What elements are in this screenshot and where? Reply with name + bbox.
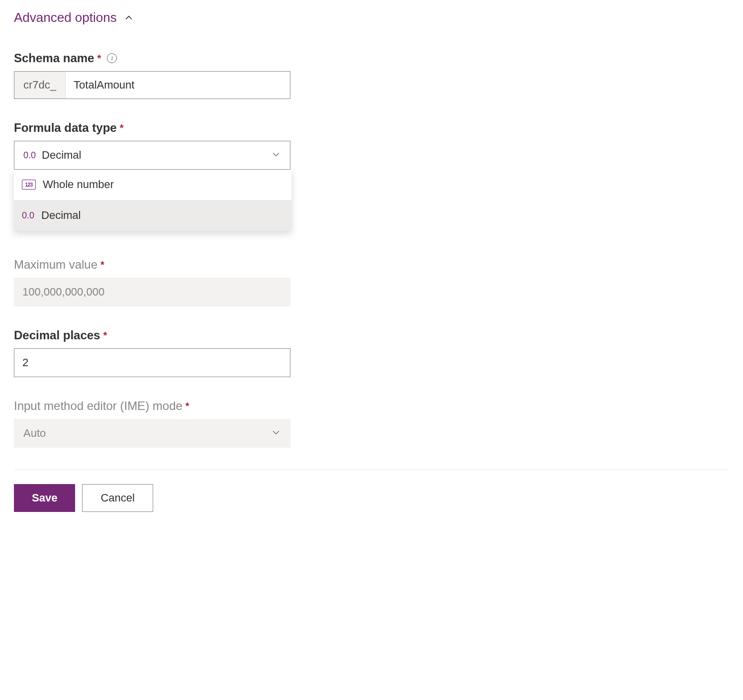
formula-data-type-field: Formula data type * 0.0 Decimal 123 Whol…: [14, 121, 729, 231]
maximum-value-field: Maximum value *: [14, 258, 729, 306]
ime-mode-label: Input method editor (IME) mode: [14, 399, 183, 413]
formula-data-type-label: Formula data type: [14, 121, 117, 135]
decimal-icon: 0.0: [23, 150, 36, 161]
formula-data-type-value: Decimal: [42, 149, 81, 162]
maximum-value-input: [14, 278, 290, 306]
footer-actions: Save Cancel: [14, 470, 729, 512]
schema-name-label: Schema name: [14, 51, 94, 65]
advanced-options-label: Advanced options: [14, 10, 117, 25]
ime-mode-field: Input method editor (IME) mode * Auto: [14, 399, 729, 448]
decimal-places-input[interactable]: [14, 348, 290, 377]
advanced-options-toggle[interactable]: Advanced options: [14, 10, 729, 25]
dropdown-option-label: Whole number: [43, 178, 114, 191]
required-indicator: *: [103, 330, 107, 341]
required-indicator: *: [186, 400, 189, 412]
maximum-value-label: Maximum value: [14, 258, 97, 272]
dropdown-option-decimal[interactable]: 0.0 Decimal: [14, 200, 291, 231]
formula-data-type-dropdown: 123 Whole number 0.0 Decimal: [14, 169, 291, 231]
info-icon[interactable]: i: [107, 53, 117, 63]
whole-number-icon: 123: [22, 180, 36, 190]
schema-name-field: Schema name * i cr7dc_: [14, 51, 729, 99]
chevron-down-icon: [271, 427, 281, 439]
cancel-button[interactable]: Cancel: [82, 484, 153, 512]
chevron-up-icon: [124, 13, 134, 23]
required-indicator: *: [97, 53, 101, 64]
required-indicator: *: [120, 122, 124, 134]
ime-mode-select: Auto: [14, 419, 290, 448]
chevron-down-icon: [271, 149, 281, 161]
schema-name-input-wrap: cr7dc_: [14, 71, 290, 99]
formula-data-type-select[interactable]: 0.0 Decimal: [14, 141, 290, 170]
ime-mode-value: Auto: [23, 427, 46, 440]
schema-name-prefix: cr7dc_: [14, 72, 66, 99]
dropdown-option-label: Decimal: [41, 209, 81, 222]
required-indicator: *: [100, 259, 104, 271]
save-button[interactable]: Save: [14, 484, 75, 512]
dropdown-option-whole-number[interactable]: 123 Whole number: [14, 169, 291, 200]
decimal-icon: 0.0: [22, 210, 34, 221]
decimal-places-field: Decimal places *: [14, 328, 729, 377]
decimal-places-label: Decimal places: [14, 328, 100, 342]
schema-name-input[interactable]: [66, 72, 290, 99]
